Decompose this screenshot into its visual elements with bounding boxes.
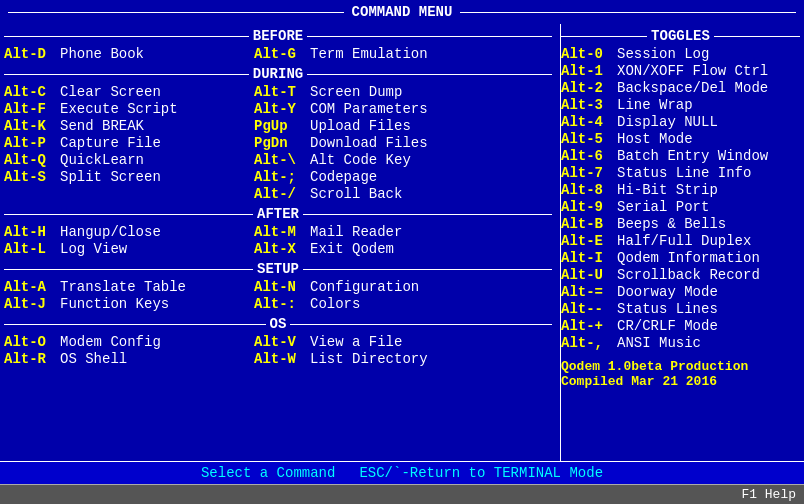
label-line-wrap: Line Wrap (617, 97, 693, 113)
key-toggle-alt-1[interactable]: Alt-1 (561, 63, 613, 79)
key-toggle-alt-2[interactable]: Alt-2 (561, 80, 613, 96)
key-alt-d[interactable]: Alt-D (4, 46, 56, 62)
label-status-line-info: Status Line Info (617, 165, 751, 181)
title-bar: COMMAND MENU (0, 0, 804, 24)
section-after-header: AFTER (4, 206, 552, 222)
toggle-alt-minus: Alt-- Status Lines (561, 301, 800, 317)
during-row-6: Alt-S Split Screen Alt-; Codepage (4, 169, 552, 185)
during-row-7: Alt-/ Scroll Back (4, 186, 552, 202)
key-alt-x[interactable]: Alt-X (254, 241, 306, 257)
label-codepage: Codepage (310, 169, 377, 185)
during-row-5: Alt-Q QuickLearn Alt-\ Alt Code Key (4, 152, 552, 168)
label-cr-crlf: CR/CRLF Mode (617, 318, 718, 334)
key-toggle-alt-comma[interactable]: Alt-, (561, 335, 613, 351)
key-alt-r[interactable]: Alt-R (4, 351, 56, 367)
after-row-1: Alt-H Hangup/Close Alt-M Mail Reader (4, 224, 552, 240)
key-alt-n[interactable]: Alt-N (254, 279, 306, 295)
key-alt-f[interactable]: Alt-F (4, 101, 56, 117)
during-row-4: Alt-P Capture File PgDn Download Files (4, 135, 552, 151)
toggle-alt-8: Alt-8 Hi-Bit Strip (561, 182, 800, 198)
key-alt-v[interactable]: Alt-V (254, 334, 306, 350)
key-alt-y[interactable]: Alt-Y (254, 101, 306, 117)
key-alt-slash[interactable]: Alt-/ (254, 186, 306, 202)
key-alt-backslash[interactable]: Alt-\ (254, 152, 306, 168)
key-toggle-alt-4[interactable]: Alt-4 (561, 114, 613, 130)
label-host-mode: Host Mode (617, 131, 693, 147)
label-download-files: Download Files (310, 135, 428, 151)
key-alt-p[interactable]: Alt-P (4, 135, 56, 151)
setup-row-2: Alt-J Function Keys Alt-: Colors (4, 296, 552, 312)
key-alt-k[interactable]: Alt-K (4, 118, 56, 134)
label-colors: Colors (310, 296, 360, 312)
key-alt-w[interactable]: Alt-W (254, 351, 306, 367)
label-log-view: Log View (60, 241, 127, 257)
toggle-alt-comma: Alt-, ANSI Music (561, 335, 800, 351)
during-row-2: Alt-F Execute Script Alt-Y COM Parameter… (4, 101, 552, 117)
key-pgup[interactable]: PgUp (254, 118, 306, 134)
key-toggle-alt-u[interactable]: Alt-U (561, 267, 613, 283)
label-hi-bit-strip: Hi-Bit Strip (617, 182, 718, 198)
label-status-lines: Status Lines (617, 301, 718, 317)
label-configuration: Configuration (310, 279, 419, 295)
key-toggle-alt-equals[interactable]: Alt-= (561, 284, 613, 300)
key-toggle-alt-5[interactable]: Alt-5 (561, 131, 613, 147)
toggle-alt-plus: Alt-+ CR/CRLF Mode (561, 318, 800, 334)
toggle-alt-equals: Alt-= Doorway Mode (561, 284, 800, 300)
setup-row-1: Alt-A Translate Table Alt-N Configuratio… (4, 279, 552, 295)
label-term-emulation: Term Emulation (310, 46, 428, 62)
key-alt-colon[interactable]: Alt-: (254, 296, 306, 312)
toggle-alt-6: Alt-6 Batch Entry Window (561, 148, 800, 164)
key-toggle-alt-minus[interactable]: Alt-- (561, 301, 613, 317)
title-line-right (460, 12, 796, 13)
section-setup-header: SETUP (4, 261, 552, 277)
os-row-1: Alt-O Modem Config Alt-V View a File (4, 334, 552, 350)
key-alt-o[interactable]: Alt-O (4, 334, 56, 350)
key-alt-s[interactable]: Alt-S (4, 169, 56, 185)
key-alt-a[interactable]: Alt-A (4, 279, 56, 295)
toggle-alt-u: Alt-U Scrollback Record (561, 267, 800, 283)
key-toggle-alt-6[interactable]: Alt-6 (561, 148, 613, 164)
label-upload-files: Upload Files (310, 118, 411, 134)
label-beeps-bells: Beeps & Bells (617, 216, 726, 232)
key-toggle-alt-7[interactable]: Alt-7 (561, 165, 613, 181)
label-phone-book: Phone Book (60, 46, 144, 62)
key-alt-h[interactable]: Alt-H (4, 224, 56, 240)
key-alt-c[interactable]: Alt-C (4, 84, 56, 100)
f1-label[interactable]: F1 Help (741, 487, 796, 502)
label-scrollback-record: Scrollback Record (617, 267, 760, 283)
key-toggle-alt-plus[interactable]: Alt-+ (561, 318, 613, 334)
before-row-1: Alt-D Phone Book Alt-G Term Emulation (4, 46, 552, 62)
key-alt-q[interactable]: Alt-Q (4, 152, 56, 168)
version-line2: Compiled Mar 21 2016 (561, 374, 800, 389)
key-alt-semicolon[interactable]: Alt-; (254, 169, 306, 185)
key-alt-g[interactable]: Alt-G (254, 46, 306, 62)
section-during-header: DURING (4, 66, 552, 82)
key-alt-l[interactable]: Alt-L (4, 241, 56, 257)
title-line-left (8, 12, 344, 13)
f1-bar: F1 Help (0, 484, 804, 504)
label-clear-screen: Clear Screen (60, 84, 161, 100)
key-toggle-alt-e[interactable]: Alt-E (561, 233, 613, 249)
label-xon-xoff: XON/XOFF Flow Ctrl (617, 63, 768, 79)
key-pgdn[interactable]: PgDn (254, 135, 306, 151)
key-alt-m[interactable]: Alt-M (254, 224, 306, 240)
toggle-alt-2: Alt-2 Backspace/Del Mode (561, 80, 800, 96)
key-toggle-alt-3[interactable]: Alt-3 (561, 97, 613, 113)
label-exit-qodem: Exit Qodem (310, 241, 394, 257)
right-panel: TOGGLES Alt-0 Session Log Alt-1 XON/XOFF… (560, 24, 800, 461)
key-toggle-alt-0[interactable]: Alt-0 (561, 46, 613, 62)
toggle-alt-4: Alt-4 Display NULL (561, 114, 800, 130)
key-alt-t[interactable]: Alt-T (254, 84, 306, 100)
menu-title: COMMAND MENU (352, 4, 453, 20)
toggle-alt-1: Alt-1 XON/XOFF Flow Ctrl (561, 63, 800, 79)
key-alt-j[interactable]: Alt-J (4, 296, 56, 312)
key-toggle-alt-b[interactable]: Alt-B (561, 216, 613, 232)
key-toggle-alt-9[interactable]: Alt-9 (561, 199, 613, 215)
key-toggle-alt-i[interactable]: Alt-I (561, 250, 613, 266)
label-split-screen: Split Screen (60, 169, 161, 185)
label-capture-file: Capture File (60, 135, 161, 151)
key-toggle-alt-8[interactable]: Alt-8 (561, 182, 613, 198)
after-row-2: Alt-L Log View Alt-X Exit Qodem (4, 241, 552, 257)
bottom-bar: Select a Command ESC/`-Return to TERMINA… (0, 461, 804, 484)
label-scroll-back: Scroll Back (310, 186, 402, 202)
